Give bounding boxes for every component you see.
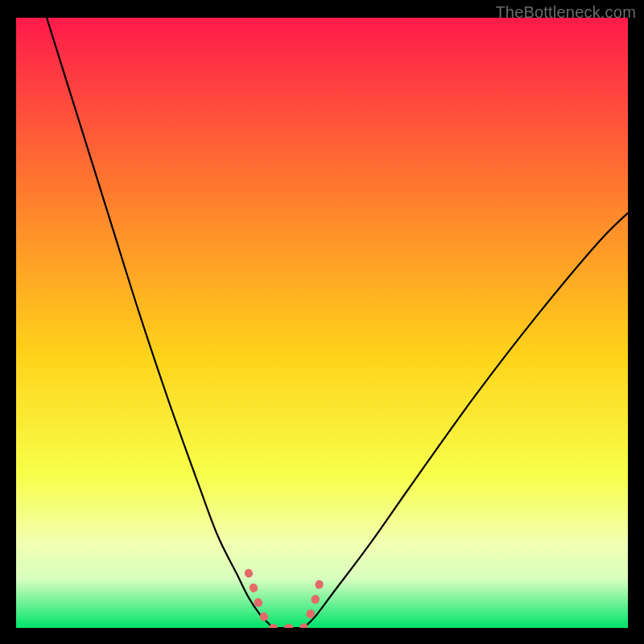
bottleneck-chart-svg — [16, 18, 628, 628]
gradient-background — [16, 18, 628, 628]
watermark-text: TheBottleneck.com — [495, 3, 636, 22]
chart-frame: TheBottleneck.com — [0, 0, 644, 644]
plot-area — [16, 18, 628, 628]
